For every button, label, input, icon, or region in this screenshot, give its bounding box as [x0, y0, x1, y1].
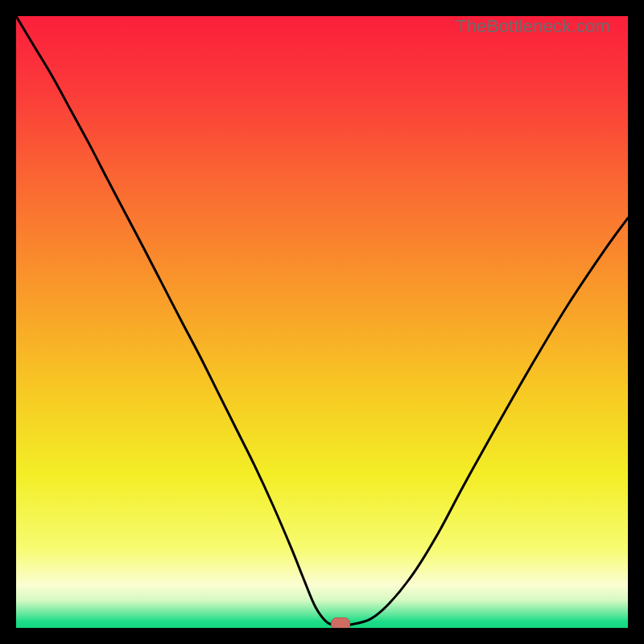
minimum-marker: [331, 617, 350, 628]
plot-area: TheBottleneck.com: [16, 16, 628, 628]
bottleneck-curve: [16, 16, 628, 628]
outer-frame: TheBottleneck.com: [0, 0, 644, 644]
